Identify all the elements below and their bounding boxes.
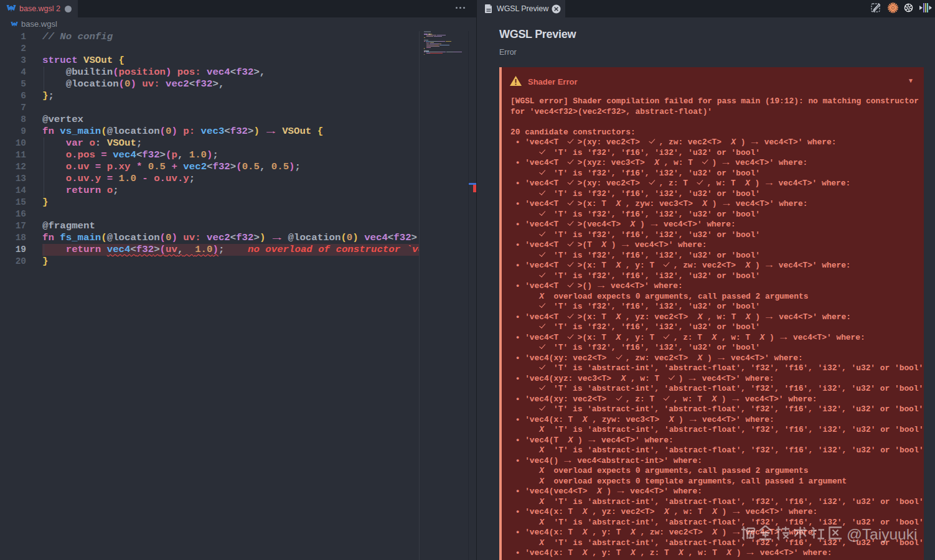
svg-text:@Taiyuuki: @Taiyuuki <box>847 526 917 543</box>
